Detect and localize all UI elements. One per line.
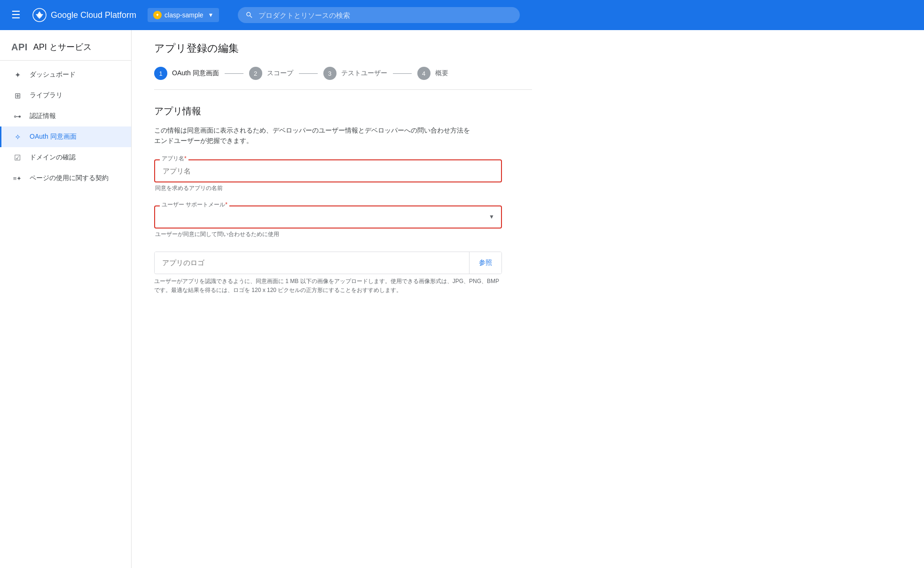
step-divider-3 xyxy=(393,73,412,74)
section-title: アプリ情報 xyxy=(154,105,532,118)
main-layout: API API とサービス ✦ ダッシュボード ⊞ ライブラリ ⊶ 認証情報 ✧… xyxy=(0,30,924,568)
dashboard-icon: ✦ xyxy=(13,70,22,79)
logo-group: 参照 ユーザーがアプリを認識できるように、同意画面に 1 MB 以下の画像をアッ… xyxy=(154,252,502,295)
step-2-number: 2 xyxy=(249,67,262,80)
sidebar: API API とサービス ✦ ダッシュボード ⊞ ライブラリ ⊶ 認証情報 ✧… xyxy=(0,30,132,568)
email-required: * xyxy=(225,201,227,208)
step-3-number: 3 xyxy=(323,67,337,80)
hamburger-menu[interactable]: ☰ xyxy=(8,5,24,25)
app-name-required: * xyxy=(184,155,187,162)
search-icon xyxy=(245,11,253,19)
domain-icon: ☑ xyxy=(13,153,22,162)
credentials-icon: ⊶ xyxy=(13,111,22,121)
app-name-label: アプリ名* xyxy=(160,155,188,163)
search-input[interactable] xyxy=(258,11,513,19)
sidebar-item-terms[interactable]: ≡✦ ページの使用に関する契約 xyxy=(0,168,131,189)
sidebar-title: API とサービス xyxy=(33,41,92,53)
sidebar-item-domain[interactable]: ☑ ドメインの確認 xyxy=(0,147,131,168)
email-field-wrapper: ユーザー サポートメール* xyxy=(154,205,502,229)
step-4-label: 概要 xyxy=(435,69,448,78)
step-divider-1 xyxy=(225,73,243,74)
page-title: アプリ登録の編集 xyxy=(154,41,532,55)
email-label: ユーザー サポートメール* xyxy=(160,201,229,209)
app-logo: Google Cloud Platform xyxy=(32,8,136,23)
sidebar-label-domain: ドメインの確認 xyxy=(30,153,76,162)
sidebar-header: API API とサービス xyxy=(0,34,131,61)
section-desc: この情報は同意画面に表示されるため、デベロッパーのユーザー情報とデベロッパーへの… xyxy=(154,125,474,146)
project-dropdown-icon: ▼ xyxy=(208,12,214,18)
step-2-label: スコープ xyxy=(267,69,293,78)
logo-input[interactable] xyxy=(155,252,469,273)
sidebar-item-library[interactable]: ⊞ ライブラリ xyxy=(0,85,131,106)
step-1: 1 OAuth 同意画面 xyxy=(154,67,219,80)
step-2: 2 スコープ xyxy=(249,67,293,80)
email-hint: ユーザーが同意に関して問い合わせるために使用 xyxy=(154,230,502,238)
sidebar-label-library: ライブラリ xyxy=(30,91,63,100)
project-dot-icon: ✦ xyxy=(153,11,162,19)
sidebar-label-oauth: OAuth 同意画面 xyxy=(30,133,77,141)
sidebar-label-credentials: 認証情報 xyxy=(30,112,56,120)
app-name-group: アプリ名* 同意を求めるアプリの名前 xyxy=(154,159,502,192)
search-bar[interactable] xyxy=(238,7,520,23)
step-3-label: テストユーザー xyxy=(341,69,387,78)
oauth-icon: ✧ xyxy=(13,132,22,142)
sidebar-api-label: API xyxy=(11,42,28,53)
step-4-number: 4 xyxy=(417,67,431,80)
sidebar-label-dashboard: ダッシュボード xyxy=(30,71,76,79)
email-select[interactable] xyxy=(154,205,502,229)
logo-hint: ユーザーがアプリを認識できるように、同意画面に 1 MB 以下の画像をアップロー… xyxy=(154,277,502,295)
terms-icon: ≡✦ xyxy=(13,174,22,183)
sidebar-label-terms: ページの使用に関する契約 xyxy=(30,174,109,182)
gcp-logo-icon xyxy=(32,8,47,23)
logo-browse-button[interactable]: 参照 xyxy=(469,252,501,274)
step-4: 4 概要 xyxy=(417,67,448,80)
svg-point-1 xyxy=(38,14,41,16)
email-group: ユーザー サポートメール* ユーザーが同意に関して問い合わせるために使用 xyxy=(154,205,502,238)
app-name-input[interactable] xyxy=(154,159,502,182)
main-content: アプリ登録の編集 1 OAuth 同意画面 2 スコープ 3 テストユーザー 4… xyxy=(132,30,555,568)
project-selector[interactable]: ✦ clasp-sample ▼ xyxy=(148,8,219,22)
step-3: 3 テストユーザー xyxy=(323,67,387,80)
step-1-number: 1 xyxy=(154,67,167,80)
app-name-hint: 同意を求めるアプリの名前 xyxy=(154,184,502,192)
logo-text: Google Cloud Platform xyxy=(51,10,136,20)
logo-field: 参照 xyxy=(154,252,502,274)
sidebar-item-dashboard[interactable]: ✦ ダッシュボード xyxy=(0,64,131,85)
stepper: 1 OAuth 同意画面 2 スコープ 3 テストユーザー 4 概要 xyxy=(154,67,532,90)
app-name-field: アプリ名* xyxy=(154,159,502,182)
step-divider-2 xyxy=(299,73,318,74)
sidebar-item-credentials[interactable]: ⊶ 認証情報 xyxy=(0,106,131,126)
project-name: clasp-sample xyxy=(164,11,203,19)
sidebar-item-oauth[interactable]: ✧ OAuth 同意画面 xyxy=(0,126,131,147)
library-icon: ⊞ xyxy=(13,91,22,100)
top-navbar: ☰ Google Cloud Platform ✦ clasp-sample ▼ xyxy=(0,0,924,30)
step-1-label: OAuth 同意画面 xyxy=(172,69,219,78)
